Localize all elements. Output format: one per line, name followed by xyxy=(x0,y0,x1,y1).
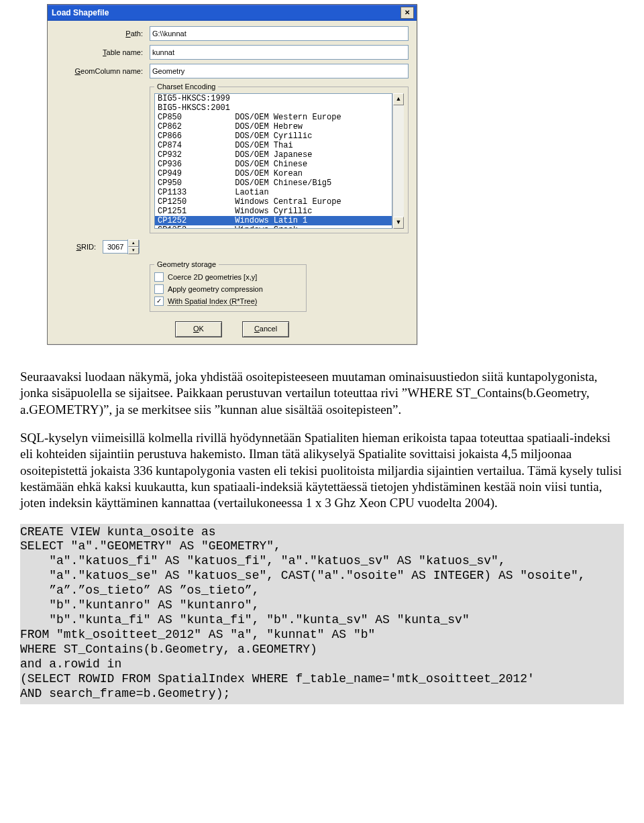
charset-item[interactable]: CP949 DOS/OEM Korean xyxy=(155,169,392,178)
titlebar[interactable]: Load Shapefile ✕ xyxy=(48,5,417,21)
geom-label: GeomColumn name: xyxy=(56,67,150,75)
checkbox-icon[interactable] xyxy=(154,296,164,306)
rtree-label: With Spatial Index (R*Tree) xyxy=(168,297,257,306)
charset-item[interactable]: CP1253 Windows Greek xyxy=(155,225,392,229)
srid-label: SRID: xyxy=(56,243,103,251)
charset-item[interactable]: CP874 DOS/OEM Thai xyxy=(155,141,392,150)
body-text: Seuraavaksi luodaan näkymä, joka yhdistä… xyxy=(20,369,624,512)
charset-item[interactable]: BIG5-HKSCS:1999 xyxy=(155,94,392,103)
checkbox-icon[interactable] xyxy=(154,284,164,294)
spin-up-icon[interactable]: ▴ xyxy=(128,239,139,247)
ok-button[interactable]: OK xyxy=(175,321,222,337)
load-shapefile-dialog: Load Shapefile ✕ Path: Table name: GeomC… xyxy=(47,4,417,345)
table-label: Table name: xyxy=(56,48,150,56)
charset-item[interactable]: CP850 DOS/OEM Western Europe xyxy=(155,113,392,122)
compress-checkbox-row[interactable]: Apply geometry compression xyxy=(154,283,302,295)
dialog-title: Load Shapefile xyxy=(52,8,109,17)
spin-down-icon[interactable]: ▾ xyxy=(128,247,139,254)
charset-item[interactable]: CP1133 Laotian xyxy=(155,188,392,197)
scroll-down-icon[interactable]: ▼ xyxy=(393,217,404,229)
charset-item[interactable]: CP936 DOS/OEM Chinese xyxy=(155,160,392,169)
charset-group: Charset Encoding BIG5-HKSCS:1999 BIG5-HK… xyxy=(150,83,409,233)
coerce-label: Coerce 2D geometries [x,y] xyxy=(168,273,257,281)
paragraph-1: Seuraavaksi luodaan näkymä, joka yhdistä… xyxy=(20,369,624,418)
coerce-checkbox-row[interactable]: Coerce 2D geometries [x,y] xyxy=(154,271,302,283)
charset-item[interactable]: BIG5-HKSCS:2001 xyxy=(155,103,392,113)
charset-item[interactable]: CP932 DOS/OEM Japanese xyxy=(155,150,392,160)
scroll-up-icon[interactable]: ▲ xyxy=(393,93,404,105)
checkbox-icon[interactable] xyxy=(154,272,164,282)
sql-code-block: CREATE VIEW kunta_osoite as SELECT "a"."… xyxy=(20,524,624,704)
geomstorage-legend: Geometry storage xyxy=(154,260,219,268)
srid-spinner[interactable]: 3067 ▴ ▾ xyxy=(103,240,140,254)
table-input[interactable] xyxy=(150,45,409,60)
charset-item[interactable]: CP866 DOS/OEM Cyrillic xyxy=(155,131,392,141)
close-icon[interactable]: ✕ xyxy=(400,7,414,19)
scrollbar[interactable]: ▲ ▼ xyxy=(392,93,404,229)
charset-legend: Charset Encoding xyxy=(154,83,218,91)
geom-input[interactable] xyxy=(150,64,409,78)
rtree-checkbox-row[interactable]: With Spatial Index (R*Tree) xyxy=(154,295,302,307)
cancel-button[interactable]: Cancel xyxy=(242,321,289,337)
charset-listbox[interactable]: BIG5-HKSCS:1999 BIG5-HKSCS:2001 CP850 DO… xyxy=(154,93,392,229)
charset-item[interactable]: CP1252 Windows Latin 1 xyxy=(155,216,392,225)
path-input[interactable] xyxy=(150,26,409,41)
srid-value: 3067 xyxy=(103,243,127,251)
charset-item[interactable]: CP1251 Windows Cyrillic xyxy=(155,207,392,216)
charset-item[interactable]: CP1250 Windows Central Europe xyxy=(155,197,392,207)
compress-label: Apply geometry compression xyxy=(168,285,263,293)
charset-item[interactable]: CP862 DOS/OEM Hebrew xyxy=(155,122,392,131)
path-label: Path: xyxy=(56,30,150,38)
paragraph-2: SQL-kyselyn viimeisillä kolmella rivillä… xyxy=(20,430,624,512)
geometry-storage-group: Geometry storage Coerce 2D geometries [x… xyxy=(150,260,307,312)
charset-item[interactable]: CP950 DOS/OEM Chinese/Big5 xyxy=(155,178,392,188)
